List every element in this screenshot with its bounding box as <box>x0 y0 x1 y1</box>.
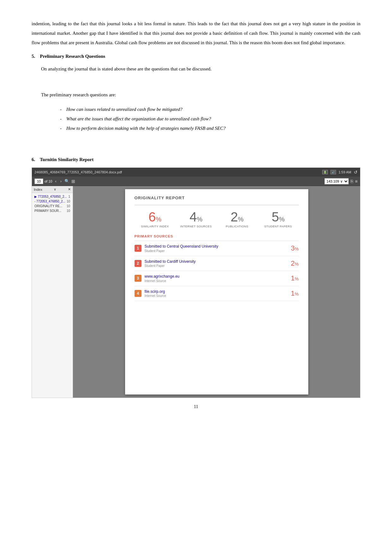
publications-score: 2% PUBLICATIONS <box>217 210 258 228</box>
sidebar-item-4[interactable]: PRIMARY SOUR... 10 <box>33 208 71 213</box>
internet-label: INTERNET SOURCES <box>176 225 217 228</box>
publications-label: PUBLICATIONS <box>217 225 258 228</box>
section5-heading: 5. Preliminary Research Questions <box>32 54 360 59</box>
sidebar-dropdown[interactable]: ∨ <box>54 187 56 191</box>
sidebar-item-1-name: ▶ 772053_476850_2... <box>34 195 67 198</box>
section6-heading: 6. Turnitin Similarity Report <box>32 157 360 162</box>
internet-number: 4 <box>190 209 197 224</box>
student-percent: % <box>279 216 285 223</box>
prelim-text: The preliminary research questions are: <box>41 90 360 99</box>
pdf-toolbar: of 10 ‹ › 🔍 ⊞ 143.109 ∨ 100% 75% 150% ⎘ … <box>32 177 360 186</box>
zoom-select[interactable]: 143.109 ∨ 100% 75% 150% <box>324 178 349 184</box>
source-info-1: Submitted to Central Queensland Universi… <box>145 244 288 253</box>
refresh-icon[interactable]: ↺ <box>354 170 358 175</box>
pdf-main: Index ∨ ✕ ▶ 772053_476850_2... 1 - 77205… <box>32 186 360 398</box>
similarity-percent: % <box>156 216 161 223</box>
student-papers-score: 5% STUDENT PAPERS <box>258 210 299 228</box>
section5-intro: On analyzing the journal that is stated … <box>41 64 360 74</box>
source-percent-3: 1% <box>291 274 299 282</box>
similarity-index-value: 6% <box>135 210 176 224</box>
source-type-2: Student Paper <box>145 264 288 268</box>
sidebar-item-4-name: PRIMARY SOUR... <box>34 209 61 213</box>
internet-sources-score: 4% INTERNET SOURCES <box>176 210 217 228</box>
source-percent-3-val: 1 <box>291 274 295 282</box>
pdf-page: ORIGINALITY REPORT 6% SIMILARITY INDEX <box>125 189 308 394</box>
student-papers-value: 5% <box>258 210 299 224</box>
pdf-topbar: 2468085_40684769_772053_476850_2467804.d… <box>32 168 360 177</box>
student-number: 5 <box>272 209 279 224</box>
source-item-3[interactable]: 3 www.agrixchange.eu Internet Source 1% <box>135 271 299 286</box>
sidebar-items: ▶ 772053_476850_2... 1 - 772053_476850_2… <box>32 193 73 214</box>
similarity-label: SIMILARITY INDEX <box>135 225 176 228</box>
originality-report-title: ORIGINALITY REPORT <box>135 196 299 200</box>
sidebar-item-2-name: - 772053_476850_2... <box>34 200 65 203</box>
bookmark-icon[interactable]: ⊞ <box>71 179 75 184</box>
source-percent-4-sym: % <box>295 292 299 297</box>
source-info-2: Submitted to Cardiff University Student … <box>145 259 288 268</box>
pdf-content: ORIGINALITY REPORT 6% SIMILARITY INDEX <box>73 186 360 398</box>
battery-icon: 🔋 <box>322 170 328 174</box>
publications-number: 2 <box>231 209 238 224</box>
source-info-4: file.scirp.org Internet Source <box>145 289 288 298</box>
open-icon[interactable]: ⎘ <box>351 179 353 184</box>
menu-icon[interactable]: ≡ <box>355 179 358 184</box>
source-percent-2-val: 2 <box>291 259 295 267</box>
source-percent-1-sym: % <box>295 246 299 251</box>
primary-sources-label: PRIMARY SOURCES <box>135 234 299 238</box>
source-type-4: Internet Source <box>145 294 288 298</box>
sound-icon: 🔊 <box>330 170 336 174</box>
sidebar-item-4-num: 10 <box>67 209 70 213</box>
source-badge-4: 4 <box>135 290 142 297</box>
clock: 1:59 AM <box>339 170 351 174</box>
source-title-1[interactable]: Submitted to Central Queensland Universi… <box>145 244 288 249</box>
publications-percent: % <box>238 216 244 223</box>
sidebar-header: Index ∨ ✕ <box>32 186 73 193</box>
source-info-3: www.agrixchange.eu Internet Source <box>145 274 288 283</box>
bullet-item-1: How can issues related to unrealized cas… <box>60 105 360 114</box>
sidebar-item-1-num: 1 <box>68 195 70 198</box>
pdf-title: 2468085_40684769_772053_476850_2467804.d… <box>34 170 122 174</box>
source-item-2[interactable]: 2 Submitted to Cardiff University Studen… <box>135 256 299 271</box>
page-input[interactable] <box>34 178 43 184</box>
originality-divider <box>135 205 299 205</box>
search-icon[interactable]: 🔍 <box>64 179 69 184</box>
internet-percent: % <box>197 216 202 223</box>
source-item-4[interactable]: 4 file.scirp.org Internet Source 1% <box>135 286 299 301</box>
prev-page-button[interactable]: ‹ <box>54 179 57 184</box>
source-percent-2: 2% <box>291 259 299 268</box>
source-badge-2: 2 <box>135 260 142 267</box>
research-questions-list: How can issues related to unrealized cas… <box>60 105 360 133</box>
sidebar-item-3-name: ORIGINALITY RE... <box>34 204 62 208</box>
source-badge-1: 1 <box>135 245 142 252</box>
source-title-4[interactable]: file.scirp.org <box>145 289 288 294</box>
source-percent-2-sym: % <box>295 262 299 267</box>
sidebar-item-1[interactable]: ▶ 772053_476850_2... 1 <box>33 194 71 199</box>
sidebar-close[interactable]: ✕ <box>68 187 71 191</box>
sidebar-label: Index <box>34 188 42 191</box>
pdf-sidebar: Index ∨ ✕ ▶ 772053_476850_2... 1 - 77205… <box>32 186 73 398</box>
page-total: of 10 <box>45 179 52 183</box>
source-percent-1-val: 3 <box>291 244 295 252</box>
page-number: 11 <box>32 404 360 409</box>
internet-sources-value: 4% <box>176 210 217 224</box>
pdf-topbar-right: 🔋 🔊 1:59 AM ↺ <box>322 170 358 175</box>
page-info: of 10 <box>34 178 52 184</box>
similarity-number: 6 <box>148 209 156 224</box>
publications-value: 2% <box>217 210 258 224</box>
bullet-item-3: How to perform decision making with the … <box>60 123 360 133</box>
source-percent-3-sym: % <box>295 276 299 281</box>
document-page: indention, leading to the fact that this… <box>0 0 392 554</box>
source-percent-1: 3% <box>291 244 299 252</box>
source-item-1[interactable]: 1 Submitted to Central Queensland Univer… <box>135 241 299 256</box>
sidebar-item-2[interactable]: - 772053_476850_2... 10 <box>33 199 71 204</box>
similarity-scores: 6% SIMILARITY INDEX 4% INTERNET SOURCES <box>135 210 299 228</box>
pdf-viewer[interactable]: 2468085_40684769_772053_476850_2467804.d… <box>32 167 360 398</box>
source-title-2[interactable]: Submitted to Cardiff University <box>145 259 288 264</box>
sidebar-item-2-num: 10 <box>67 200 70 203</box>
sidebar-item-3[interactable]: ORIGINALITY RE... 10 <box>33 204 71 208</box>
body-paragraph: indention, leading to the fact that this… <box>32 19 360 47</box>
bullet-item-2: What are the issues that affect the orga… <box>60 114 360 123</box>
source-title-3[interactable]: www.agrixchange.eu <box>145 274 288 279</box>
next-page-button[interactable]: › <box>59 179 63 184</box>
toolbar-right: 143.109 ∨ 100% 75% 150% ⎘ ≡ <box>324 178 358 184</box>
